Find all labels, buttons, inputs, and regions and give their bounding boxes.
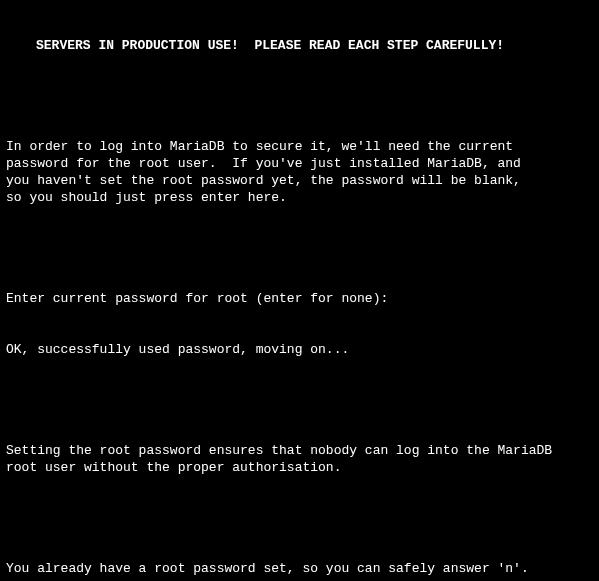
- root-password-info: Setting the root password ensures that n…: [6, 443, 593, 477]
- intro-paragraph: In order to log into MariaDB to secure i…: [6, 139, 593, 207]
- warning-header: SERVERS IN PRODUCTION USE! PLEASE READ E…: [6, 38, 593, 55]
- password-ok-msg: OK, successfully used password, moving o…: [6, 342, 593, 359]
- already-set-msg: You already have a root password set, so…: [6, 561, 593, 578]
- terminal-output: SERVERS IN PRODUCTION USE! PLEASE READ E…: [0, 0, 599, 581]
- enter-password-prompt: Enter current password for root (enter f…: [6, 291, 593, 308]
